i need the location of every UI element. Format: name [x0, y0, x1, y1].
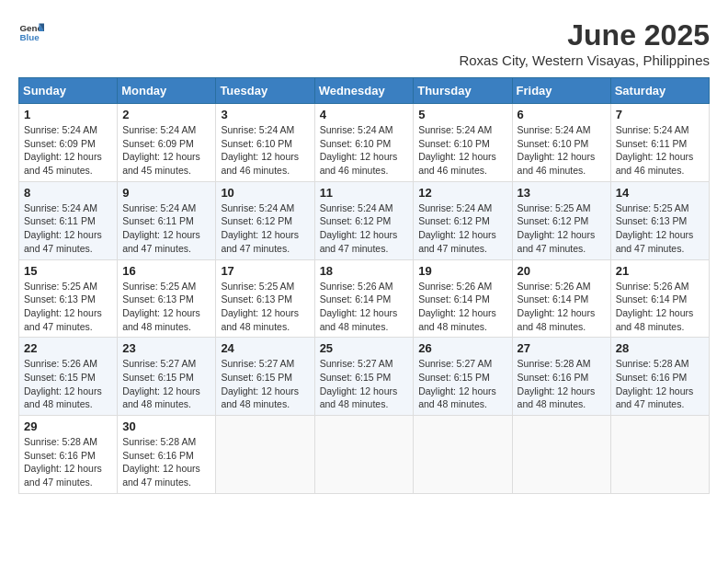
day-info: Sunrise: 5:27 AMSunset: 6:15 PMDaylight:… — [122, 357, 210, 411]
calendar-week-row: 8Sunrise: 5:24 AMSunset: 6:11 PMDaylight… — [19, 181, 710, 259]
table-row: 7Sunrise: 5:24 AMSunset: 6:11 PMDaylight… — [610, 104, 709, 182]
day-info: Sunrise: 5:26 AMSunset: 6:15 PMDaylight:… — [24, 357, 112, 411]
calendar-week-row: 29Sunrise: 5:28 AMSunset: 6:16 PMDayligh… — [19, 416, 710, 494]
table-row: 5Sunrise: 5:24 AMSunset: 6:10 PMDaylight… — [414, 104, 512, 182]
day-number: 21 — [616, 264, 704, 278]
day-info: Sunrise: 5:24 AMSunset: 6:09 PMDaylight:… — [24, 123, 112, 178]
day-number: 11 — [320, 186, 409, 200]
day-number: 22 — [24, 341, 112, 355]
table-row: 6Sunrise: 5:24 AMSunset: 6:10 PMDaylight… — [512, 104, 610, 182]
day-info: Sunrise: 5:28 AMSunset: 6:16 PMDaylight:… — [24, 435, 112, 489]
month-title: June 2025 — [459, 18, 710, 52]
day-info: Sunrise: 5:25 AMSunset: 6:12 PMDaylight:… — [518, 201, 606, 256]
table-row: 18Sunrise: 5:26 AMSunset: 6:14 PMDayligh… — [314, 259, 414, 338]
header-wednesday: Wednesday — [314, 78, 414, 104]
day-info: Sunrise: 5:25 AMSunset: 6:13 PMDaylight:… — [24, 280, 112, 334]
day-number: 19 — [418, 264, 506, 278]
day-number: 26 — [418, 341, 506, 355]
table-row: 17Sunrise: 5:25 AMSunset: 6:13 PMDayligh… — [216, 259, 314, 338]
day-info: Sunrise: 5:24 AMSunset: 6:12 PMDaylight:… — [320, 201, 409, 256]
svg-text:Blue: Blue — [19, 32, 40, 42]
day-info: Sunrise: 5:26 AMSunset: 6:14 PMDaylight:… — [616, 280, 704, 334]
table-row: 2Sunrise: 5:24 AMSunset: 6:09 PMDaylight… — [118, 104, 216, 182]
day-number: 27 — [518, 341, 606, 355]
day-number: 30 — [122, 419, 210, 433]
table-row: 27Sunrise: 5:28 AMSunset: 6:16 PMDayligh… — [512, 338, 610, 416]
day-info: Sunrise: 5:27 AMSunset: 6:15 PMDaylight:… — [418, 357, 506, 411]
day-info: Sunrise: 5:28 AMSunset: 6:16 PMDaylight:… — [616, 357, 704, 411]
day-number: 8 — [24, 186, 112, 200]
table-row: 28Sunrise: 5:28 AMSunset: 6:16 PMDayligh… — [610, 338, 709, 416]
table-row: 8Sunrise: 5:24 AMSunset: 6:11 PMDaylight… — [19, 181, 118, 259]
day-info: Sunrise: 5:24 AMSunset: 6:10 PMDaylight:… — [518, 123, 606, 178]
header-thursday: Thursday — [414, 78, 512, 104]
table-row — [216, 416, 314, 494]
day-info: Sunrise: 5:24 AMSunset: 6:12 PMDaylight:… — [418, 201, 506, 256]
table-row — [314, 416, 414, 494]
table-row: 24Sunrise: 5:27 AMSunset: 6:15 PMDayligh… — [216, 338, 314, 416]
day-info: Sunrise: 5:27 AMSunset: 6:15 PMDaylight:… — [320, 357, 409, 411]
day-info: Sunrise: 5:27 AMSunset: 6:15 PMDaylight:… — [221, 357, 309, 411]
title-area: June 2025 Roxas City, Western Visayas, P… — [459, 18, 710, 68]
day-number: 10 — [221, 186, 309, 200]
table-row: 12Sunrise: 5:24 AMSunset: 6:12 PMDayligh… — [414, 181, 512, 259]
day-info: Sunrise: 5:24 AMSunset: 6:11 PMDaylight:… — [616, 123, 704, 178]
table-row: 3Sunrise: 5:24 AMSunset: 6:10 PMDaylight… — [216, 104, 314, 182]
day-info: Sunrise: 5:26 AMSunset: 6:14 PMDaylight:… — [320, 280, 409, 334]
day-number: 7 — [616, 108, 704, 121]
table-row — [414, 416, 512, 494]
day-number: 18 — [320, 264, 409, 278]
day-number: 9 — [122, 186, 210, 200]
table-row: 16Sunrise: 5:25 AMSunset: 6:13 PMDayligh… — [118, 259, 216, 338]
day-number: 6 — [518, 108, 606, 121]
calendar-week-row: 22Sunrise: 5:26 AMSunset: 6:15 PMDayligh… — [19, 338, 710, 416]
day-number: 3 — [221, 108, 309, 121]
day-info: Sunrise: 5:25 AMSunset: 6:13 PMDaylight:… — [616, 201, 704, 256]
header-monday: Monday — [118, 78, 216, 104]
table-row: 11Sunrise: 5:24 AMSunset: 6:12 PMDayligh… — [314, 181, 414, 259]
table-row: 26Sunrise: 5:27 AMSunset: 6:15 PMDayligh… — [414, 338, 512, 416]
day-number: 1 — [24, 108, 112, 121]
logo: General Blue — [18, 18, 44, 44]
table-row: 20Sunrise: 5:26 AMSunset: 6:14 PMDayligh… — [512, 259, 610, 338]
day-info: Sunrise: 5:24 AMSunset: 6:09 PMDaylight:… — [122, 123, 210, 178]
day-number: 4 — [320, 108, 409, 121]
day-number: 20 — [518, 264, 606, 278]
day-number: 12 — [418, 186, 506, 200]
day-number: 16 — [122, 264, 210, 278]
day-number: 29 — [24, 419, 112, 433]
table-row: 19Sunrise: 5:26 AMSunset: 6:14 PMDayligh… — [414, 259, 512, 338]
table-row: 23Sunrise: 5:27 AMSunset: 6:15 PMDayligh… — [118, 338, 216, 416]
day-info: Sunrise: 5:28 AMSunset: 6:16 PMDaylight:… — [518, 357, 606, 411]
table-row: 4Sunrise: 5:24 AMSunset: 6:10 PMDaylight… — [314, 104, 414, 182]
table-row: 9Sunrise: 5:24 AMSunset: 6:11 PMDaylight… — [118, 181, 216, 259]
day-info: Sunrise: 5:26 AMSunset: 6:14 PMDaylight:… — [418, 280, 506, 334]
day-number: 5 — [418, 108, 506, 121]
calendar-week-row: 15Sunrise: 5:25 AMSunset: 6:13 PMDayligh… — [19, 259, 710, 338]
day-info: Sunrise: 5:24 AMSunset: 6:10 PMDaylight:… — [418, 123, 506, 178]
table-row — [610, 416, 709, 494]
day-info: Sunrise: 5:24 AMSunset: 6:11 PMDaylight:… — [122, 201, 210, 256]
location-title: Roxas City, Western Visayas, Philippines — [459, 52, 710, 68]
table-row: 21Sunrise: 5:26 AMSunset: 6:14 PMDayligh… — [610, 259, 709, 338]
day-number: 24 — [221, 341, 309, 355]
day-number: 17 — [221, 264, 309, 278]
day-number: 13 — [518, 186, 606, 200]
table-row: 10Sunrise: 5:24 AMSunset: 6:12 PMDayligh… — [216, 181, 314, 259]
day-number: 15 — [24, 264, 112, 278]
day-info: Sunrise: 5:25 AMSunset: 6:13 PMDaylight:… — [122, 280, 210, 334]
table-row: 25Sunrise: 5:27 AMSunset: 6:15 PMDayligh… — [314, 338, 414, 416]
day-info: Sunrise: 5:25 AMSunset: 6:13 PMDaylight:… — [221, 280, 309, 334]
table-row: 13Sunrise: 5:25 AMSunset: 6:12 PMDayligh… — [512, 181, 610, 259]
table-row — [512, 416, 610, 494]
table-row: 1Sunrise: 5:24 AMSunset: 6:09 PMDaylight… — [19, 104, 118, 182]
table-row: 22Sunrise: 5:26 AMSunset: 6:15 PMDayligh… — [19, 338, 118, 416]
day-info: Sunrise: 5:24 AMSunset: 6:10 PMDaylight:… — [320, 123, 409, 178]
day-number: 25 — [320, 341, 409, 355]
header-tuesday: Tuesday — [216, 78, 314, 104]
day-info: Sunrise: 5:24 AMSunset: 6:12 PMDaylight:… — [221, 201, 309, 256]
table-row: 15Sunrise: 5:25 AMSunset: 6:13 PMDayligh… — [19, 259, 118, 338]
day-info: Sunrise: 5:24 AMSunset: 6:10 PMDaylight:… — [221, 123, 309, 178]
day-number: 23 — [122, 341, 210, 355]
header-sunday: Sunday — [19, 78, 118, 104]
